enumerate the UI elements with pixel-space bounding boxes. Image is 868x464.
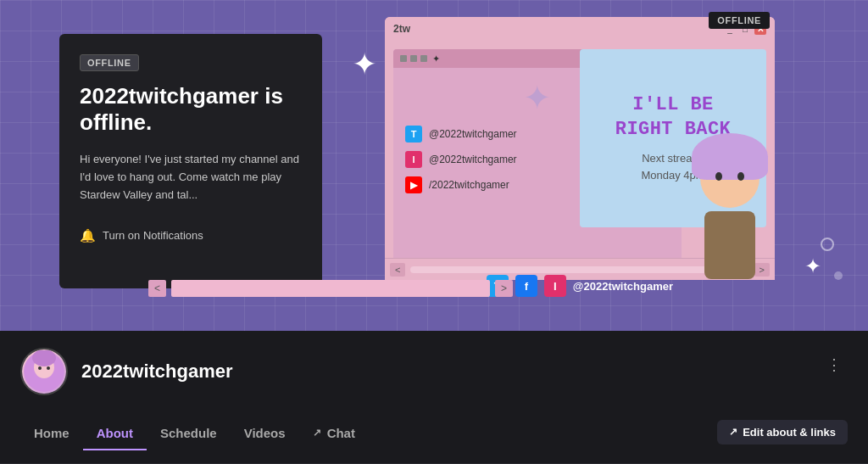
char-head [700, 148, 760, 208]
banner-instagram-icon[interactable]: I [544, 275, 566, 297]
tab-about[interactable]: About [83, 419, 147, 450]
edit-about-links-button[interactable]: ↗ Edit about & links [717, 420, 848, 444]
channel-bar: 2022twitchgamer ⋮ Home About Schedule Vi… [0, 331, 868, 464]
nav-tabs: Home About Schedule Videos ↗ Chat ↗ Edit… [0, 405, 868, 464]
offline-title: 2022twitchgamer is offline. [80, 83, 302, 136]
left-scrollbar[interactable]: < > [148, 280, 513, 297]
external-link-icon: ↗ [313, 427, 321, 439]
tab-chat[interactable]: ↗ Chat [299, 419, 369, 450]
inner-dot-2 [410, 55, 417, 62]
edit-links-label: Edit about & links [743, 426, 836, 439]
offline-desc: Hi everyone! I've just started my channe… [80, 151, 302, 204]
tab-schedule[interactable]: Schedule [147, 419, 231, 450]
avatar [20, 348, 68, 395]
tab-videos[interactable]: Videos [231, 419, 299, 450]
left-scroll-track[interactable] [171, 280, 490, 297]
banner: OFFLINE OFFLINE 2022twitchgamer is offli… [0, 0, 868, 331]
channel-row: 2022twitchgamer ⋮ [0, 331, 868, 395]
tab-home[interactable]: Home [20, 419, 83, 450]
offline-badge: OFFLINE [80, 54, 139, 71]
edit-arrow-icon: ↗ [729, 426, 737, 438]
star-decoration: ✦ [523, 79, 552, 116]
inner-dot-1 [400, 55, 407, 62]
notifications-label: Turn on Notifications [103, 229, 203, 242]
banner-social-links: T f I @2022twitchgamer [487, 275, 673, 297]
svg-point-4 [47, 366, 50, 370]
youtube-handle: /2022twitchgamer [429, 179, 509, 191]
offline-card: OFFLINE 2022twitchgamer is offline. Hi e… [59, 34, 322, 288]
inner-dot-3 [420, 55, 427, 62]
character-avatar [683, 148, 776, 301]
twitter-icon: T [405, 126, 422, 143]
char-eye-left [715, 172, 722, 181]
avatar-image [22, 349, 66, 394]
sparkle-icon-2: ✦ [804, 254, 821, 278]
twitter-handle: @2022twitchgamer [429, 128, 517, 140]
left-scroll-prev[interactable]: < [148, 280, 166, 297]
sparkle-icon-1: ✦ [352, 47, 377, 82]
instagram-handle: @2022twitchgamer [429, 154, 517, 165]
left-scroll-next[interactable]: > [495, 280, 513, 297]
inner-title-text: ✦ [432, 53, 440, 64]
banner-social-handle: @2022twitchgamer [573, 280, 673, 293]
top-offline-badge: OFFLINE [709, 12, 770, 29]
svg-point-3 [38, 366, 42, 370]
char-eye-right [737, 172, 744, 181]
notifications-button[interactable]: 🔔 Turn on Notifications [80, 228, 302, 243]
circle-decoration-1 [821, 238, 834, 251]
channel-name: 2022twitchgamer [81, 361, 807, 383]
circle-decoration-2 [834, 271, 843, 280]
char-body [704, 211, 755, 279]
youtube-icon: ▶ [405, 176, 422, 193]
scroll-left[interactable]: < [390, 263, 405, 277]
more-options-button[interactable]: ⋮ [821, 351, 848, 378]
browser-title: 2tw [393, 23, 410, 35]
bell-icon: 🔔 [80, 228, 96, 243]
avatar-svg [23, 350, 65, 393]
banner-facebook-icon[interactable]: f [515, 275, 537, 297]
instagram-icon: I [405, 151, 422, 168]
inner-window-controls [400, 55, 427, 62]
char-hair [692, 133, 768, 180]
